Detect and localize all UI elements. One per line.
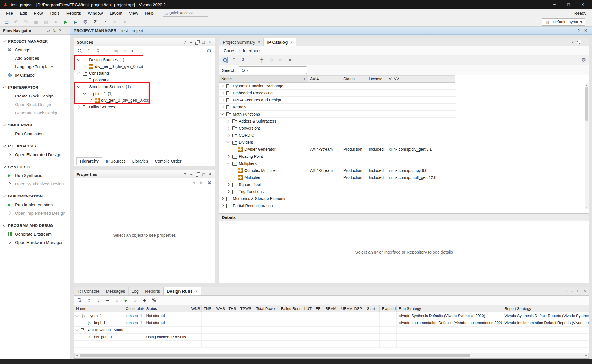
ip-row-trig-functions[interactable]: Trig Functions [219, 188, 456, 195]
flow-item-run-simulation[interactable]: Run Simulation [0, 129, 70, 138]
chevron-right-icon[interactable] [89, 98, 93, 103]
minimize-icon[interactable] [63, 28, 68, 33]
ip-name-cell[interactable]: Dividers [219, 139, 308, 146]
chevron-down-icon[interactable] [83, 91, 87, 96]
ip-row-kernels[interactable]: Kernels [219, 104, 456, 111]
sources-tab-libraries[interactable]: Libraries [129, 158, 151, 165]
flow-item-open-block-design[interactable]: Open Block Design [0, 100, 70, 108]
ip-row-complex-multiplier[interactable]: Complex MultiplierAXI4-StreamProductionI… [219, 167, 456, 174]
flow-section-synthesis[interactable]: SYNTHESIS [0, 163, 70, 171]
column-header-name[interactable]: Name1 [219, 76, 308, 82]
ip-row-partial-reconfiguration[interactable]: Partial Reconfiguration [219, 202, 456, 209]
ip-name-cell[interactable]: Memories & Storage Elements [219, 195, 308, 202]
runs-column-report-strategy[interactable]: Report Strategy [502, 305, 589, 312]
gear-icon[interactable] [206, 179, 213, 186]
flow-section-program-and-debug[interactable]: PROGRAM AND DEBUG [0, 221, 70, 230]
run-play-icon[interactable] [123, 297, 129, 303]
column-header-axi4[interactable]: AXI4 [308, 76, 341, 82]
chevron-down-icon[interactable] [76, 85, 81, 89]
chevron-down-icon[interactable] [226, 161, 231, 166]
run-name-cell[interactable]: Out-of-Context Module Runs [74, 326, 123, 333]
scroll-down-icon[interactable]: ▼ [585, 205, 589, 209]
ip-name-cell[interactable]: Embedded Processing [219, 90, 308, 96]
runs-column-start[interactable]: Start [365, 305, 379, 312]
close-icon[interactable] [207, 39, 212, 45]
quick-access-search[interactable] [163, 10, 208, 17]
source-div-gen-0[interactable]: div_gen_0 (div_gen_0.xci) [74, 63, 215, 70]
ip-row-conversions[interactable]: Conversions [219, 125, 456, 132]
expand-all-icon[interactable] [95, 48, 101, 54]
source-constraints[interactable]: Constraints [74, 70, 215, 77]
ip-row-divider-generator[interactable]: Divider GeneratorAXI4-StreamProductionIn… [219, 146, 456, 153]
ip-row-multipliers[interactable]: Multipliers [219, 160, 456, 167]
ip-row-math-functions[interactable]: Math Functions [219, 111, 456, 118]
scrollbar-thumb[interactable] [80, 354, 470, 357]
runs-column-run-strategy[interactable]: Run Strategy [396, 305, 502, 312]
prev-icon[interactable] [191, 179, 197, 186]
runs-column-tpws[interactable]: TPWS [238, 305, 254, 312]
runs-column-whs[interactable]: WHS [214, 305, 226, 312]
open-icon[interactable] [3, 19, 10, 25]
chevron-down-icon[interactable] [75, 314, 79, 318]
gear-icon[interactable] [206, 48, 212, 54]
runs-column-name[interactable]: Name [74, 305, 123, 312]
skip-start-icon[interactable] [104, 297, 111, 303]
chevron-right-icon[interactable] [226, 126, 231, 130]
close-icon[interactable] [583, 28, 588, 33]
menu-file[interactable]: File [3, 11, 16, 15]
source-constrs-1[interactable]: constrs_1 [74, 77, 215, 83]
collapse-all-icon[interactable] [86, 48, 92, 54]
flow-section-simulation[interactable]: SIMULATION [0, 121, 70, 129]
ip-row-dynamic-function-exchange[interactable]: Dynamic Function eXchange [219, 83, 456, 90]
ip-search-box[interactable] [239, 66, 307, 74]
flow-section-rtl-analysis[interactable]: RTL ANALYSIS [0, 142, 70, 150]
flow-item-open-implemented-design[interactable]: Open Implemented Design [0, 209, 70, 217]
paste-icon[interactable] [43, 19, 49, 25]
run-name-cell[interactable]: impl_1 [74, 319, 123, 326]
run-icon[interactable] [63, 19, 69, 25]
scroll-left-icon[interactable]: ◀ [75, 353, 79, 358]
copy-icon[interactable] [33, 19, 39, 25]
source-design-sources[interactable]: Design Sources (1) [74, 56, 215, 63]
cancel-icon[interactable] [122, 19, 128, 25]
maximize-icon[interactable] [576, 288, 581, 294]
ip-row-multiplier[interactable]: MultiplierProductionIncludedxilinx.com:i… [219, 174, 456, 181]
delete-icon[interactable] [53, 19, 59, 25]
float-icon[interactable] [195, 39, 200, 45]
collapse-all-icon[interactable] [231, 57, 237, 63]
details-header[interactable]: Details [219, 213, 589, 221]
run-name-cell[interactable]: synth_1 [74, 312, 123, 319]
flow-section-ip-integrator[interactable]: IP INTEGRATOR [0, 83, 70, 92]
ip-row-cordic[interactable]: CORDIC [219, 132, 456, 139]
chevron-down-icon[interactable] [220, 112, 225, 116]
float-icon[interactable] [576, 39, 581, 45]
percent-icon[interactable] [151, 297, 157, 303]
ip-name-cell[interactable]: Divider Generator [219, 146, 308, 153]
runs-column-tns[interactable]: TNS [201, 305, 214, 312]
expand-all-icon[interactable] [240, 57, 246, 63]
flow-item-generate-block-design[interactable]: Generate Block Design [0, 108, 70, 117]
runs-column-dsp[interactable]: DSP [352, 305, 365, 312]
runs-column-failed-routes[interactable]: Failed Routes [279, 305, 302, 312]
subtab-interfaces[interactable]: Interfaces [242, 48, 262, 53]
sources-tab-compile-order[interactable]: Compile Order [152, 158, 184, 165]
column-header-license[interactable]: License [366, 76, 386, 82]
float-icon[interactable] [195, 172, 200, 177]
chevron-down-icon[interactable] [226, 140, 231, 145]
chevron-right-icon[interactable] [220, 84, 225, 88]
run-name-cell[interactable]: div_gen_0 [74, 333, 123, 340]
maximize-icon[interactable] [582, 39, 587, 45]
tab-design-runs[interactable]: Design Runs× [163, 287, 201, 295]
ip-search-input[interactable] [249, 68, 305, 72]
runs-column-total-power[interactable]: Total Power [254, 305, 279, 312]
flow-item-run-synthesis[interactable]: Run Synthesis [0, 171, 70, 179]
flow-item-open-elaborated-design[interactable]: Open Elaborated Design [0, 150, 70, 159]
ip-name-cell[interactable]: Trig Functions [219, 188, 308, 195]
ip-row-embedded-processing[interactable]: Embedded Processing [219, 90, 456, 97]
maximize-window-icon[interactable] [566, 1, 572, 8]
source-div-gen-0[interactable]: div_gen_0 (div_gen_0.xci) [74, 97, 215, 104]
source-sim-1[interactable]: sim_1 (1) [74, 90, 215, 97]
menu-layout[interactable]: Layout [106, 11, 126, 15]
source-utility-sources[interactable]: Utility Sources [74, 104, 215, 110]
expand-all-icon[interactable] [95, 297, 101, 303]
